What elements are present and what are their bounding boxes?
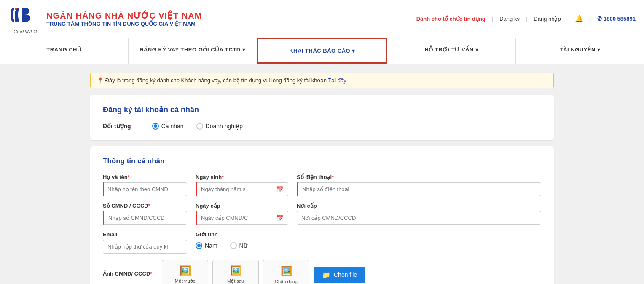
main-nav: TRANG CHỦ ĐĂNG KÝ VAY THEO GÓI CỦA TCTD … [0, 38, 644, 64]
nav-tai-nguyen[interactable]: TÀI NGUYÊN ▾ [516, 38, 644, 64]
main-content: 📍 Đây là trang đăng ký dành cho Khách hà… [90, 73, 554, 284]
ca-nhan-option[interactable]: Cá nhân [152, 123, 184, 130]
bank-title: NGÂN HÀNG NHÀ NƯỚC VIỆT NAM [46, 11, 202, 21]
nav-khai-thac-bao-cao[interactable]: KHAI THÁC BÁO CÁO ▾ [257, 38, 388, 64]
so-dt-input[interactable] [297, 182, 541, 196]
notice-text: Đây là trang đăng ký dành cho Khách hàng… [105, 77, 328, 84]
personal-info-title: Thông tin cá nhân [103, 157, 541, 165]
registration-card: Đăng ký tài khoản cá nhân Đối tượng Cá n… [90, 95, 554, 140]
doanh-nghiep-option[interactable]: Doanh nghiệp [196, 123, 243, 130]
mat-sau-label: Mặt sau [227, 279, 244, 284]
doi-tuong-row: Đối tượng Cá nhân Doanh nghiệp [103, 123, 541, 130]
cmnd-input[interactable] [103, 211, 187, 225]
gioi-tinh-radios: Nam Nữ [196, 242, 541, 249]
nu-radio[interactable] [230, 242, 237, 249]
ngay-cap-label: Ngày cấp [196, 203, 288, 209]
ngay-sinh-input[interactable] [196, 182, 272, 196]
svg-rect-2 [22, 8, 24, 22]
chon-file-label: Chon file [334, 271, 357, 278]
ho-ten-col: Họ và tên* [103, 174, 187, 196]
ngay-sinh-col: Ngày sinh* 📅 [196, 174, 288, 196]
nav-ho-tro[interactable]: HỖ TRỢ/ TƯ VẤN ▾ [387, 38, 516, 64]
ngay-cap-input[interactable] [196, 211, 272, 225]
doanh-nghiep-radio[interactable] [196, 123, 203, 130]
photo-icon-chandung: 🖼️ [281, 266, 292, 277]
header-right: Dành cho tổ chức tín dụng | Đăng ký | Đă… [416, 15, 636, 23]
nav-dang-ky-vay[interactable]: ĐĂNG KÝ VAY THEO GÓI CỦA TCTD ▾ [129, 38, 257, 64]
bank-subtitle: TRUNG TÂM THÔNG TIN TÍN DỤNG QUỐC GIA VI… [46, 21, 202, 27]
logo-box: CreditINFO [8, 4, 42, 34]
bell-icon[interactable]: 🔔 [575, 15, 583, 23]
chan-dung-box[interactable]: 🖼️ Chân dung [263, 260, 309, 284]
calendar-icon-ngaycap[interactable]: 📅 [272, 211, 288, 225]
notice-bar: 📍 Đây là trang đăng ký dành cho Khách hà… [90, 73, 554, 88]
row-4-anh: Ảnh CMND/ CCCD* 🖼️ Mặt trước 🖼️ Mặt sau … [103, 260, 541, 284]
noi-cap-label: Nơi cấp [297, 203, 541, 209]
mat-sau-box[interactable]: 🖼️ Mặt sau [212, 260, 259, 284]
row-3: Email Giới tính Nam Nữ [103, 231, 541, 254]
register-link[interactable]: Đăng ký [499, 16, 520, 22]
row-2: Số CMND / CCCD* Ngày cấp 📅 Nơi cấp [103, 203, 541, 225]
anh-cmnd-label: Ảnh CMND/ CCCD* [103, 270, 153, 277]
ho-ten-label: Họ và tên* [103, 174, 187, 180]
cmnd-label: Số CMND / CCCD* [103, 203, 187, 209]
so-dt-wrap [297, 182, 541, 196]
nav-trang-chu[interactable]: TRANG CHỦ [0, 38, 129, 64]
logo-subtext: CreditINFO [13, 29, 37, 34]
noi-cap-col: Nơi cấp [297, 203, 541, 225]
ngay-cap-col: Ngày cấp 📅 [196, 203, 288, 225]
photo-icon-sau: 🖼️ [230, 265, 241, 276]
header: CreditINFO NGÂN HÀNG NHÀ NƯỚC VIỆT NAM T… [0, 0, 644, 38]
nam-option[interactable]: Nam [196, 242, 217, 249]
gioi-tinh-label: Giới tính [196, 231, 541, 238]
photo-icon-truoc: 🖼️ [180, 265, 191, 276]
doi-tuong-label: Đối tượng [103, 123, 131, 130]
registration-title: Đăng ký tài khoản cá nhân [103, 105, 541, 114]
email-input[interactable] [103, 240, 187, 254]
nam-label: Nam [205, 242, 217, 249]
nam-radio[interactable] [196, 242, 202, 249]
so-dt-label: Số điện thoại* [297, 174, 541, 180]
ho-ten-input-wrap [103, 182, 187, 196]
logo-area: CreditINFO NGÂN HÀNG NHÀ NƯỚC VIỆT NAM T… [8, 4, 202, 34]
mat-truoc-label: Mặt trước [175, 279, 196, 284]
ngay-sinh-wrap: 📅 [196, 182, 288, 196]
org-link[interactable]: Dành cho tổ chức tín dụng [416, 16, 486, 22]
notice-icon: 📍 [97, 77, 104, 84]
ngay-sinh-label: Ngày sinh* [196, 174, 288, 180]
phone-number: ✆ 1800 585891 [597, 16, 636, 22]
nu-option[interactable]: Nữ [230, 242, 247, 249]
noi-cap-input[interactable] [297, 211, 541, 225]
folder-icon: 📁 [322, 271, 330, 279]
nu-label: Nữ [239, 242, 247, 249]
email-col: Email [103, 231, 187, 254]
logo-icon [10, 3, 41, 29]
so-dt-col: Số điện thoại* [297, 174, 541, 196]
anh-cmnd-label-col: Ảnh CMND/ CCCD* [103, 270, 153, 279]
notice-link[interactable]: Tại đây [328, 77, 346, 84]
cmnd-col: Số CMND / CCCD* [103, 203, 187, 225]
chan-dung-label: Chân dung [275, 279, 298, 284]
chon-file-button[interactable]: 📁 Chon file [314, 267, 365, 283]
ca-nhan-label: Cá nhân [161, 123, 184, 130]
header-title-block: NGÂN HÀNG NHÀ NƯỚC VIỆT NAM TRUNG TÂM TH… [46, 11, 202, 27]
ho-ten-input[interactable] [103, 182, 187, 196]
photo-area: 🖼️ Mặt trước 🖼️ Mặt sau 🖼️ Chân dung 📁 C… [162, 260, 365, 284]
doanh-nghiep-label: Doanh nghiệp [206, 123, 243, 130]
calendar-icon-ngaysinh[interactable]: 📅 [272, 182, 288, 196]
cmnd-wrap [103, 211, 187, 225]
row-1: Họ và tên* Ngày sinh* 📅 [103, 174, 541, 196]
personal-info-card: Thông tin cá nhân Họ và tên* Ngày sinh* [90, 146, 554, 284]
email-label: Email [103, 231, 187, 238]
mat-truoc-box[interactable]: 🖼️ Mặt trước [162, 260, 208, 284]
ngay-cap-wrap: 📅 [196, 211, 288, 225]
login-link[interactable]: Đăng nhập [534, 16, 561, 22]
ca-nhan-radio[interactable] [152, 123, 159, 130]
gioi-tinh-col: Giới tính Nam Nữ [196, 231, 541, 249]
